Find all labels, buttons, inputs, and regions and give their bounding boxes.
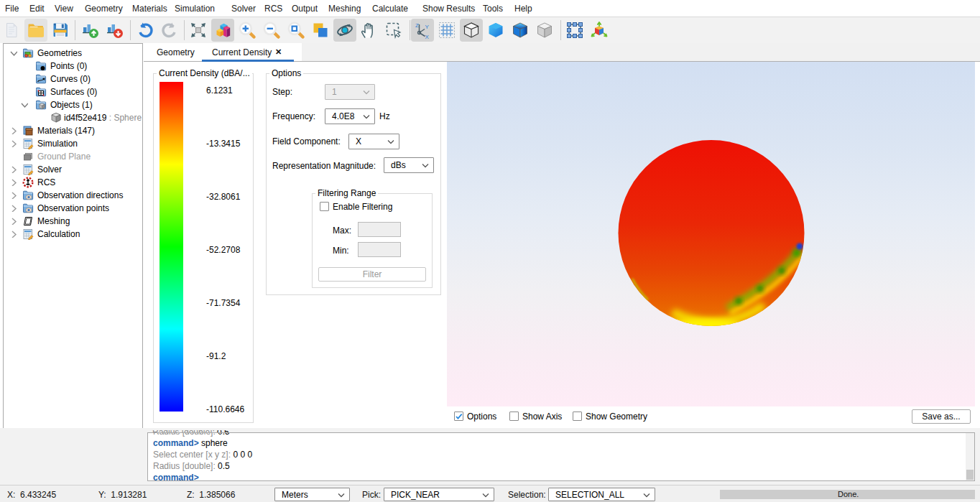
- svg-text:Y: Y: [425, 24, 430, 30]
- svg-text:Z: Z: [415, 22, 419, 29]
- svg-text:X: X: [425, 34, 430, 39]
